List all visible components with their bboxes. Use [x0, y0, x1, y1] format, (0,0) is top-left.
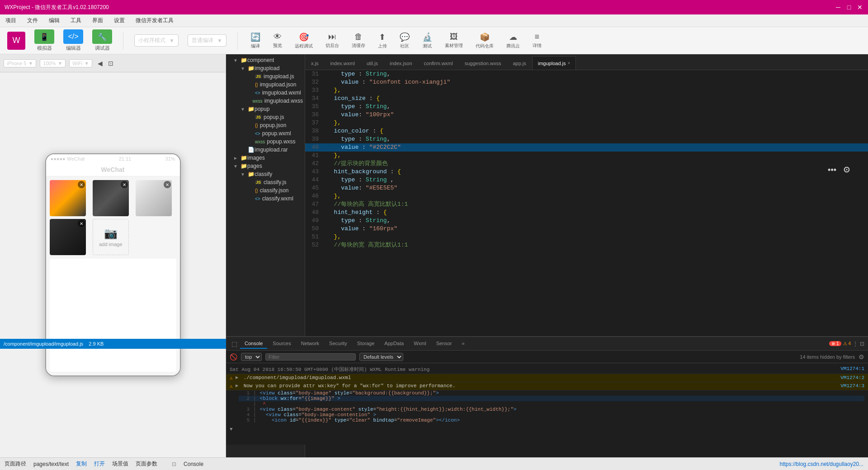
tab-close-icon[interactable]: × [568, 61, 571, 66]
menu-item-settings[interactable]: 设置 [112, 16, 127, 25]
community-button[interactable]: 💬 社区 [398, 30, 411, 51]
log-link-2[interactable]: VM1274:2 [840, 375, 864, 380]
image-close-4[interactable]: ✕ [78, 220, 85, 227]
clear-console-icon[interactable]: 🚫 [230, 353, 237, 361]
sim-expand-button[interactable]: ⊡ [108, 60, 113, 67]
menu-item-tools[interactable]: 工具 [69, 16, 83, 25]
remote-debug-button[interactable]: 🎯 远程调试 [293, 30, 315, 51]
minimize-button[interactable]: ─ [835, 4, 842, 11]
menu-item-edit[interactable]: 编辑 [47, 16, 61, 25]
maximize-button[interactable]: □ [845, 4, 853, 11]
sim-back-button[interactable]: ◀ [96, 59, 104, 68]
tab-index-wxml[interactable]: index.wxml [325, 56, 361, 70]
tree-item-classify-wxml[interactable]: <> classify.wxml [226, 195, 305, 203]
mode-select[interactable]: 小程序模式 ▼ [134, 34, 179, 47]
add-image-button[interactable]: 📷 add image [93, 219, 129, 255]
compile-select[interactable]: 普通编译 ▼ [188, 34, 226, 47]
menu-item-interface[interactable]: 界面 [90, 16, 105, 25]
tab-suggestion-wxss[interactable]: suggestion.wxss [459, 56, 507, 70]
tree-item-pages[interactable]: ▼ 📁 pages [226, 162, 305, 170]
menu-item-file[interactable]: 文件 [25, 16, 40, 25]
material-button[interactable]: 🖼 素材管理 [443, 30, 465, 51]
settings-gear-icon[interactable]: ⚙ [859, 353, 864, 361]
tree-item-classify-json[interactable]: {} classify.json [226, 186, 305, 195]
image-close-1[interactable]: ✕ [78, 181, 85, 188]
simulator-button[interactable]: 📱 模拟器 [34, 29, 54, 52]
devtools-settings-icon[interactable]: ⊡ [860, 341, 864, 347]
tab-x-js[interactable]: x.js [305, 56, 325, 70]
tab-index-json[interactable]: index.json [384, 56, 418, 70]
device-select[interactable]: iPhone 5 ▼ [4, 59, 36, 67]
tab-imgupload-js[interactable]: imgupload.js × [532, 56, 576, 70]
devtools-tab-sensor[interactable]: Sensor [432, 339, 457, 349]
tree-item-component[interactable]: ▼ 📁 component [226, 56, 305, 64]
image-close-2[interactable]: ✕ [121, 181, 128, 188]
tree-item-popup-wxml[interactable]: <> popup.wxml [226, 129, 305, 138]
devtools-tab-appdata[interactable]: AppData [380, 339, 408, 349]
tree-item-popup-js[interactable]: JS popup.js [226, 113, 305, 121]
network-select[interactable]: WiFi ▼ [69, 59, 92, 67]
close-button[interactable]: ✕ [856, 4, 863, 11]
image-close-3[interactable]: ✕ [164, 181, 171, 188]
levels-select[interactable]: Default levels [359, 353, 403, 361]
open-button[interactable]: 打开 [94, 460, 105, 468]
image-cell-1: ✕ [50, 180, 86, 216]
tree-item-classify-js[interactable]: JS classify.js [226, 178, 305, 186]
devtools-tab-sources[interactable]: Sources [268, 339, 295, 349]
devtools-tab-wxml[interactable]: Wxml [409, 339, 431, 349]
expand-icon[interactable]: ► [236, 375, 241, 380]
zoom-select[interactable]: 100% ▼ [40, 59, 66, 67]
expand-arrow: ▼ [241, 172, 248, 177]
tree-item-popup-json[interactable]: {} popup.json [226, 121, 305, 129]
log-link-1[interactable]: VM1274:1 [840, 366, 864, 371]
json-file-icon: {} [255, 123, 258, 128]
backend-button[interactable]: ⏭ 切后台 [324, 30, 341, 51]
tree-item-label: classify [255, 171, 272, 177]
devtools-tab-more[interactable]: » [458, 339, 469, 349]
test-button[interactable]: 🔬 测试 [420, 30, 434, 51]
devtools-more-icon[interactable]: ⋮ [853, 341, 858, 347]
log-entry-warning-2: ⚠ ► Now you can provide attr wx:key" for… [226, 382, 868, 390]
tree-item-imgupload-rar[interactable]: 📄 imgupload.rar [226, 146, 305, 154]
filter-input[interactable] [265, 353, 356, 361]
tab-confirm-wxml[interactable]: confirm.wxml [418, 56, 459, 70]
more-button[interactable]: ≡ 详情 [531, 30, 543, 51]
code-repo-button[interactable]: 📦 代码仓库 [474, 30, 495, 51]
expand-icon[interactable]: ► [236, 383, 241, 389]
menu-item-project[interactable]: 项目 [4, 16, 18, 25]
tab-util-js[interactable]: util.js [361, 56, 384, 70]
devtools-inspect-icon[interactable]: ⬚ [230, 338, 239, 349]
console-label[interactable]: Console [184, 461, 203, 467]
log-link-3[interactable]: VM1274:3 [840, 383, 864, 389]
blog-link[interactable]: https://blog.csdn.net/dugullaoy20... [780, 461, 863, 467]
code-line-43: 43 hint_background : { [305, 168, 868, 176]
tree-item-imgupload-wxss[interactable]: wxss imgupload.wxss [226, 97, 305, 105]
tree-item-label: imgupload.json [260, 81, 297, 88]
tree-item-imgupload-wxml[interactable]: <> imgupload.wxml [226, 89, 305, 97]
menu-item-wechat-devtools[interactable]: 微信开发者工具 [134, 16, 175, 25]
tree-item-popup-wxss[interactable]: wxss popup.wxss [226, 138, 305, 146]
tab-app-js[interactable]: app.js [507, 56, 532, 70]
tree-item-classify[interactable]: ▼ 📁 classify [226, 170, 305, 178]
devtools-tab-console[interactable]: Console [240, 339, 267, 349]
devtools-tab-security[interactable]: Security [325, 339, 352, 349]
devtools-tab-storage[interactable]: Storage [353, 339, 379, 349]
tencent-cloud-button[interactable]: ☁ 腾讯云 [505, 30, 522, 51]
devtools-tab-network[interactable]: Network [297, 339, 324, 349]
tree-item-imgupload[interactable]: ▼ 📁 imgupload [226, 64, 305, 72]
preview-button[interactable]: 👁 预览 [271, 30, 284, 51]
editor-button[interactable]: </> 编辑器 [63, 29, 83, 52]
tree-item-images[interactable]: ► 📁 images [226, 154, 305, 162]
copy-button[interactable]: 复制 [76, 460, 87, 468]
debugger-button[interactable]: 🔧 调试器 [92, 29, 112, 52]
expand-more-btn[interactable]: ▼ [226, 425, 868, 434]
preview-icon: 👁 [274, 32, 282, 42]
compile-button[interactable]: 🔄 编译 [249, 30, 262, 51]
context-select[interactable]: top [241, 353, 262, 361]
tree-item-imgupload-json[interactable]: {} imgupload.json [226, 81, 305, 89]
tree-item-popup[interactable]: ▼ 📁 popup [226, 105, 305, 113]
upload-button[interactable]: ⬆ 上传 [376, 30, 389, 51]
warning-badge: ⚠ 4 [843, 341, 851, 346]
tree-item-imgupload-js[interactable]: JS imgupload.js [226, 72, 305, 81]
cache-button[interactable]: 🗑 清缓存 [350, 30, 367, 51]
